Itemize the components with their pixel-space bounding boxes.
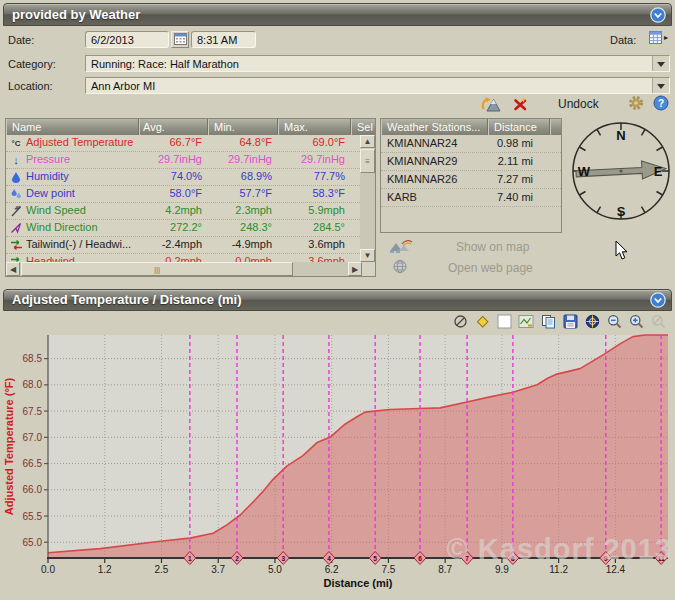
- svg-text:2: 2: [235, 555, 239, 562]
- measurement-row-3[interactable]: Dew point58.0°F57.7°F58.3°F: [6, 186, 362, 203]
- svg-text:Distance (mi): Distance (mi): [323, 577, 392, 589]
- chart-panel-title: Adjusted Temperature / Distance (mi): [12, 292, 241, 307]
- temperature-icon: °C: [6, 135, 26, 151]
- weather-plugin-window: provided by Weather Date: 6/2/2013 8:31 …: [0, 0, 675, 600]
- scroll-left-button[interactable]: ◀: [6, 262, 20, 276]
- scroll-up-button[interactable]: ▲: [360, 135, 375, 148]
- export-image-button[interactable]: [517, 313, 535, 330]
- svg-text:4: 4: [327, 555, 331, 562]
- measurement-avg: 74.0%: [139, 169, 208, 185]
- station-row-0[interactable]: KMIANNAR240.98 mi: [381, 135, 561, 153]
- data-expand-arrow-icon[interactable]: ▸: [664, 33, 668, 42]
- column-header-spacer: [550, 119, 561, 135]
- measurement-row-4[interactable]: Wind Speed4.2mph2.3mph5.9mph: [6, 203, 362, 220]
- measurement-max: 77.7%: [278, 169, 351, 185]
- scroll-right-button[interactable]: ▶: [348, 262, 362, 276]
- location-dropdown[interactable]: Ann Arbor MI: [85, 77, 670, 94]
- wind-direction-icon: [6, 220, 26, 236]
- measurement-avg: 29.7inHg: [139, 152, 208, 168]
- svg-text:© Kasdorf 2013: © Kasdorf 2013: [446, 533, 672, 565]
- help-button[interactable]: ?: [653, 95, 669, 113]
- scroll-down-button[interactable]: ▼: [360, 249, 375, 262]
- column-header-avg[interactable]: Avg.: [139, 119, 208, 135]
- svg-text:6.2: 6.2: [325, 564, 339, 575]
- column-header-min[interactable]: Min.: [208, 119, 278, 135]
- measurement-row-2[interactable]: Humidity74.0%68.9%77.7%: [6, 169, 362, 186]
- date-field[interactable]: 6/2/2013: [85, 31, 169, 48]
- measurement-max: 284.5°: [278, 220, 351, 236]
- chevron-down-icon[interactable]: [652, 56, 669, 71]
- settings-button[interactable]: [628, 95, 644, 113]
- chevron-down-icon[interactable]: [652, 78, 669, 93]
- svg-text:68.5: 68.5: [23, 353, 43, 364]
- svg-text:67.5: 67.5: [23, 406, 43, 417]
- show-on-map-link[interactable]: Show on map: [456, 240, 529, 254]
- station-distance: 7.40 mi: [487, 189, 547, 206]
- wind-speed-icon: [6, 203, 26, 219]
- time-field[interactable]: 8:31 AM: [191, 31, 256, 48]
- svg-text:66.0: 66.0: [23, 484, 43, 495]
- measurement-row-6[interactable]: Tailwind(-) / Headwi...-2.4mph-4.9mph3.6…: [6, 237, 362, 254]
- data-source-button[interactable]: [648, 30, 663, 47]
- temperature-distance-chart[interactable]: 65.065.566.066.567.067.568.068.50.01.22.…: [0, 330, 675, 600]
- measurement-row-5[interactable]: Wind Direction272.2°248.3°284.5°: [6, 220, 362, 237]
- svg-text:67.0: 67.0: [23, 432, 43, 443]
- measurement-min: 57.7°F: [208, 186, 278, 202]
- svg-text:0.0: 0.0: [41, 564, 55, 575]
- station-row-2[interactable]: KMIANNAR267.27 mi: [381, 171, 561, 189]
- save-button[interactable]: [561, 313, 579, 330]
- measurement-avg: 66.7°F: [139, 135, 208, 151]
- location-label: Location:: [8, 80, 53, 92]
- hscroll-thumb[interactable]: |||: [21, 262, 293, 276]
- measurement-avg: 272.2°: [139, 220, 208, 236]
- undock-button[interactable]: Undock: [558, 97, 599, 111]
- station-name: KMIANNAR24: [381, 135, 487, 152]
- measurement-avg: 4.2mph: [139, 203, 208, 219]
- stations-table: Weather Stations... Distance KMIANNAR240…: [380, 118, 562, 233]
- station-row-3[interactable]: KARB7.40 mi: [381, 189, 561, 207]
- copy-button[interactable]: [539, 313, 557, 330]
- calendar-button[interactable]: [171, 31, 189, 48]
- column-header-station[interactable]: Weather Stations...: [381, 119, 488, 135]
- fetch-weather-button[interactable]: [480, 95, 502, 115]
- category-dropdown[interactable]: Running: Race: Half Marathon: [85, 55, 670, 72]
- svg-text:66.5: 66.5: [23, 458, 43, 469]
- svg-text:7.5: 7.5: [381, 564, 395, 575]
- web-export-button[interactable]: [583, 313, 601, 330]
- chart-panel-header: Adjusted Temperature / Distance (mi): [3, 289, 672, 311]
- measurements-rows: °CAdjusted Temperature66.7°F64.8°F69.0°F…: [6, 135, 362, 271]
- zoom-out-button[interactable]: [605, 313, 623, 330]
- measurement-name: Adjusted Temperature: [26, 135, 139, 151]
- measurement-avg: 58.0°F: [139, 186, 208, 202]
- svg-text:11.2: 11.2: [549, 564, 568, 575]
- zoom-reset-button[interactable]: [649, 313, 667, 330]
- collapse-chart-button[interactable]: [650, 292, 666, 308]
- measurement-avg: -2.4mph: [139, 237, 208, 253]
- measurement-max: 69.0°F: [278, 135, 351, 151]
- station-row-1[interactable]: KMIANNAR292.11 mi: [381, 153, 561, 171]
- measurements-table-header: Name Avg. Min. Max. Sel: [6, 119, 375, 135]
- open-web-page-link[interactable]: Open web page: [448, 261, 533, 275]
- vscroll-thumb[interactable]: ≡: [360, 149, 375, 173]
- no-symbol-button[interactable]: [451, 313, 469, 330]
- color-swatch-button[interactable]: [495, 313, 513, 330]
- zoom-in-button[interactable]: [627, 313, 645, 330]
- measurements-vscrollbar[interactable]: ▲ ≡ ▼: [360, 135, 375, 262]
- diamond-marker-button[interactable]: [473, 313, 491, 330]
- column-header-sel[interactable]: Sel: [351, 119, 375, 135]
- measurements-hscrollbar[interactable]: ◀ ||| ▶: [6, 262, 362, 276]
- stations-table-header: Weather Stations... Distance: [381, 119, 561, 135]
- svg-text:1: 1: [188, 555, 192, 562]
- delete-weather-button[interactable]: [512, 96, 528, 113]
- collapse-panel-button[interactable]: [650, 7, 666, 23]
- measurement-row-1[interactable]: ↓Pressure29.7inHg29.7inHg29.7inHg: [6, 152, 362, 169]
- location-value: Ann Arbor MI: [91, 80, 155, 92]
- stations-rows: KMIANNAR240.98 miKMIANNAR292.11 miKMIANN…: [381, 135, 561, 207]
- column-header-max[interactable]: Max.: [278, 119, 351, 135]
- measurement-row-0[interactable]: °CAdjusted Temperature66.7°F64.8°F69.0°F: [6, 135, 362, 152]
- measurement-name: Dew point: [26, 186, 139, 202]
- column-header-name[interactable]: Name: [6, 119, 139, 135]
- column-header-distance[interactable]: Distance: [488, 119, 550, 135]
- measurement-max: 58.3°F: [278, 186, 351, 202]
- tailwind-icon: [6, 237, 26, 253]
